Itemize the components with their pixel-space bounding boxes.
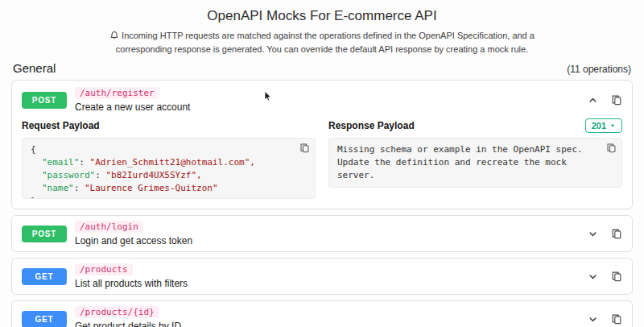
json-value: "Laurence Grimes-Quitzon" [85, 183, 218, 193]
response-payload-code: Missing schema or example in the OpenAPI… [328, 138, 622, 188]
code-line: "password": "b82Iurd4UX5SYzf", [31, 169, 307, 182]
operation-text: /auth/register Create a new user account [75, 87, 190, 113]
collapse-button[interactable] [588, 95, 598, 106]
endpoint-description: Create a new user account [75, 101, 190, 113]
json-brace: } [31, 196, 36, 199]
expand-button[interactable] [588, 229, 598, 239]
operation-body: Request Payload { "email": "Adrien_Schmi… [12, 114, 632, 209]
header-icons [588, 313, 622, 325]
copy-response-button[interactable] [606, 143, 617, 153]
copy-request-button[interactable] [299, 143, 310, 153]
info-text: Incoming HTTP requests are matched again… [116, 31, 535, 54]
json-value: "Adrien_Schmitt21@hotmail.com", [90, 157, 255, 168]
page: OpenAPI Mocks For E-commerce API Incomin… [0, 0, 644, 327]
status-code-select[interactable]: 201 [585, 118, 622, 133]
copy-endpoint-button[interactable] [611, 94, 622, 106]
operation-card-products: GET /products List all products with fil… [11, 258, 633, 295]
endpoint-description: Get product details by ID [75, 321, 181, 327]
request-payload-code[interactable]: { "email": "Adrien_Schmitt21@hotmail.com… [22, 138, 316, 199]
code-line: "email": "Adrien_Schmitt21@hotmail.com", [31, 156, 307, 169]
section-title: General [13, 61, 56, 75]
code-line: { [31, 143, 307, 156]
operation-text: /products List all products with filters [75, 263, 188, 289]
copy-endpoint-button[interactable] [611, 313, 622, 325]
endpoint-description: Login and get access token [75, 235, 192, 246]
copy-endpoint-button[interactable] [611, 228, 622, 239]
response-payload-label: Response Payload [328, 120, 415, 131]
caret-down-icon [609, 122, 616, 129]
header-icons [588, 271, 622, 282]
chevron-down-icon [588, 229, 598, 239]
expand-button[interactable] [588, 314, 598, 325]
operation-text: /auth/login Login and get access token [75, 221, 192, 246]
json-key: "password" [42, 170, 95, 180]
json-key: "name" [42, 183, 74, 193]
operation-card-product-by-id: GET /products/{id} Get product details b… [11, 300, 633, 327]
copy-icon [299, 143, 310, 153]
page-title: OpenAPI Mocks For E-commerce API [0, 0, 644, 24]
operation-card-auth-register: POST /auth/register Create a new user ac… [11, 80, 633, 209]
section-row: General (11 operations) [0, 56, 644, 80]
mouse-cursor [262, 90, 275, 102]
endpoint-path: /auth/register [75, 87, 159, 99]
operation-card-auth-login: POST /auth/login Login and get access to… [11, 215, 633, 252]
copy-icon [611, 94, 622, 106]
bell-icon [109, 31, 119, 40]
json-separator: : [79, 157, 89, 168]
header-icons [588, 228, 622, 239]
operation-header[interactable]: GET /products/{id} Get product details b… [12, 301, 632, 327]
info-banner: Incoming HTTP requests are matched again… [97, 29, 547, 56]
response-message: Missing schema or example in the OpenAPI… [337, 143, 613, 182]
endpoint-path: /auth/login [75, 221, 143, 233]
method-badge: GET [22, 268, 67, 285]
chevron-down-icon [588, 314, 598, 325]
response-col-head: Response Payload 201 [328, 118, 622, 134]
status-code-value: 201 [592, 121, 606, 130]
copy-endpoint-button[interactable] [611, 271, 622, 282]
operation-text: /products/{id} Get product details by ID [75, 306, 181, 327]
request-payload-label: Request Payload [22, 120, 100, 131]
endpoint-path: /products [75, 263, 133, 275]
chevron-up-icon [588, 95, 598, 106]
chevron-down-icon [588, 271, 598, 282]
code-line: } [31, 195, 307, 199]
copy-icon [611, 271, 622, 282]
operation-header[interactable]: POST /auth/register Create a new user ac… [12, 81, 632, 114]
expand-button[interactable] [588, 271, 598, 282]
request-column: Request Payload { "email": "Adrien_Schmi… [22, 118, 316, 199]
json-separator: : [74, 183, 85, 193]
json-separator: : [95, 170, 105, 180]
code-line: "name": "Laurence Grimes-Quitzon" [31, 182, 307, 195]
request-col-head: Request Payload [22, 118, 316, 134]
operation-header[interactable]: GET /products List all products with fil… [12, 259, 632, 294]
copy-icon [611, 228, 622, 239]
copy-icon [611, 313, 622, 325]
method-badge: POST [22, 226, 67, 242]
header-icons [588, 94, 622, 106]
json-brace: { [31, 144, 36, 155]
method-badge: GET [22, 311, 67, 327]
response-column: Response Payload 201 Missing schema or e… [328, 118, 622, 199]
operation-header[interactable]: POST /auth/login Login and get access to… [12, 216, 632, 251]
method-badge: POST [22, 92, 67, 109]
endpoint-description: List all products with filters [75, 278, 188, 289]
json-value: "b82Iurd4UX5SYzf", [105, 170, 201, 180]
endpoint-path: /products/{id} [75, 306, 159, 318]
operations-count: (11 operations) [567, 64, 631, 75]
copy-icon [606, 143, 617, 153]
json-key: "email" [42, 157, 79, 168]
